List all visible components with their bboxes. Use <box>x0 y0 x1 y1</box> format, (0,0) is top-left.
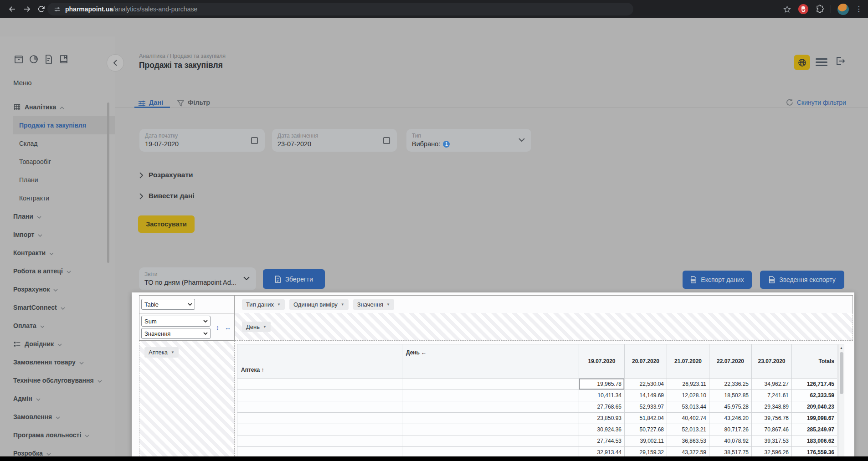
logout-icon[interactable] <box>835 56 846 67</box>
sidebar-item[interactable]: Оплата <box>0 317 115 335</box>
address-bar[interactable]: pharmapoint.ua/analytics/sales-and-purch… <box>47 3 633 15</box>
row-axis-label[interactable]: Аптека ↑ <box>237 361 402 379</box>
row-label-cell[interactable] <box>402 390 579 401</box>
document-icon[interactable] <box>43 54 54 65</box>
section-calculate[interactable]: Розрахувати <box>139 171 193 179</box>
pivot-value-cell[interactable]: 14,149.69 <box>625 390 667 401</box>
row-label-cell[interactable] <box>237 413 402 424</box>
totals-value-cell[interactable]: 199,098.67 <box>792 413 837 424</box>
pivot-value-cell[interactable]: 18,502.85 <box>709 390 752 401</box>
book-icon[interactable] <box>58 54 69 65</box>
column-attributes-dropzone[interactable]: День▼ <box>235 313 853 341</box>
pivot-value-cell[interactable]: 22,336.25 <box>709 379 752 390</box>
pivot-value-cell[interactable]: 34,962.27 <box>752 379 792 390</box>
sidebar-subitem[interactable]: Товарообіг <box>13 153 115 171</box>
apply-button[interactable]: Застосувати <box>138 215 195 233</box>
row-label-cell[interactable] <box>237 424 402 435</box>
pivot-value-cell[interactable]: 27,768.65 <box>579 401 625 413</box>
adblock-extension-icon[interactable] <box>798 4 809 15</box>
tab-data[interactable]: Дані <box>149 99 163 106</box>
sidebar-item[interactable]: Контракти <box>0 244 115 262</box>
pivot-value-cell[interactable]: 39,756.76 <box>752 413 792 424</box>
sidebar-subitem[interactable]: Продажі та закупівля <box>13 116 115 134</box>
pivot-value-cell[interactable]: 19,965.78 <box>579 379 625 390</box>
pivot-value-cell[interactable]: 27,744.53 <box>579 435 625 447</box>
pivot-value-cell[interactable]: 52,933.97 <box>625 401 667 413</box>
row-label-cell[interactable] <box>402 424 579 435</box>
reports-select[interactable]: Звіти ТО по дням (Pharmapoint Ad... <box>139 267 256 290</box>
pivot-value-cell[interactable]: 40,402.74 <box>667 413 709 424</box>
aggregator-select[interactable]: Sum <box>141 316 211 327</box>
site-info-icon[interactable] <box>54 6 61 13</box>
sidebar-item[interactable]: Довідник <box>0 335 115 353</box>
calendar-icon[interactable] <box>251 137 258 144</box>
sidebar-item[interactable]: Імпорт <box>0 225 115 244</box>
row-label-cell[interactable] <box>237 379 402 390</box>
sidebar-item[interactable]: Плани <box>0 207 115 225</box>
sidebar-subitem[interactable]: Контракти <box>13 189 115 207</box>
pivot-value-cell[interactable]: 39,317.53 <box>752 435 792 447</box>
tab-filter[interactable]: Фільтр <box>188 99 210 106</box>
column-axis-label[interactable]: День ← <box>402 344 579 361</box>
scrollbar-thumb[interactable] <box>840 352 843 394</box>
sidebar-subitem[interactable]: Плани <box>13 171 115 189</box>
totals-column-header[interactable]: Totals <box>792 344 837 379</box>
sidebar-subitem[interactable]: Склад <box>13 134 115 153</box>
scroll-up-arrow-icon[interactable]: ▲ <box>839 344 844 351</box>
sidebar-item[interactable]: Замовлення <box>0 408 115 426</box>
sidebar-item[interactable]: SmartConnect <box>0 298 115 317</box>
attr-pill-pharmacy[interactable]: Аптека▼ <box>144 347 179 358</box>
date-column-header[interactable]: 21.07.2020 <box>667 344 709 379</box>
pivot-value-cell[interactable]: 29,348.89 <box>752 401 792 413</box>
date-column-header[interactable]: 22.07.2020 <box>709 344 752 379</box>
pivot-value-cell[interactable]: 39,002.11 <box>625 435 667 447</box>
pivot-value-cell[interactable]: 70,867.46 <box>752 424 792 435</box>
hamburger-menu-icon[interactable] <box>816 58 827 68</box>
pie-chart-icon[interactable] <box>28 54 39 65</box>
date-column-header[interactable]: 20.07.2020 <box>625 344 667 379</box>
export-data-button[interactable]: Експорт даних <box>683 271 752 289</box>
attr-pill-value[interactable]: Значення▼ <box>353 299 394 310</box>
save-report-button[interactable]: Зберегти <box>263 269 325 289</box>
renderer-select[interactable]: Table <box>141 299 195 310</box>
row-label-cell[interactable] <box>402 401 579 413</box>
attr-pill-unit[interactable]: Одиниця виміру▼ <box>289 299 349 310</box>
profile-avatar[interactable] <box>837 4 849 15</box>
aggregator-arg-select[interactable]: Значення <box>141 328 211 339</box>
totals-value-cell[interactable]: 126,717.45 <box>792 379 837 390</box>
pivot-value-cell[interactable]: 51,842.04 <box>625 413 667 424</box>
bookmark-star-icon[interactable] <box>783 5 791 14</box>
pivot-value-cell[interactable]: 53,013.44 <box>667 401 709 413</box>
pivot-order-arrows[interactable]: ↕ ↔ <box>216 324 233 331</box>
reload-icon[interactable] <box>37 5 46 13</box>
totals-value-cell[interactable]: 183,006.62 <box>792 435 837 447</box>
pivot-value-cell[interactable]: 12,028.10 <box>667 390 709 401</box>
forward-icon[interactable] <box>23 5 31 13</box>
sidebar-scrollbar[interactable] <box>107 102 109 263</box>
pivot-value-cell[interactable]: 7,241.61 <box>752 390 792 401</box>
totals-value-cell[interactable]: 62,333.59 <box>792 390 837 401</box>
browser-menu-icon[interactable]: ⋮ <box>855 7 863 11</box>
sidebar-collapse-button[interactable] <box>107 54 124 72</box>
reset-filters-button[interactable]: Скинути фільтри <box>797 99 846 106</box>
pivot-value-cell[interactable]: 36,863.53 <box>667 435 709 447</box>
pivot-blank-header[interactable] <box>402 361 579 379</box>
date-column-header[interactable]: 23.07.2020 <box>752 344 792 379</box>
row-label-cell[interactable] <box>237 435 402 447</box>
totals-value-cell[interactable]: 285,249.97 <box>792 424 837 435</box>
pivot-value-cell[interactable]: 52,013.21 <box>667 424 709 435</box>
row-label-cell[interactable] <box>402 435 579 447</box>
row-attributes-dropzone[interactable]: Аптека▼ <box>139 341 235 461</box>
pivot-value-cell[interactable]: 22,530.04 <box>625 379 667 390</box>
table-scrollbar[interactable]: ▲ <box>838 344 844 461</box>
totals-value-cell[interactable]: 209,040.23 <box>792 401 837 413</box>
row-label-cell[interactable] <box>237 401 402 413</box>
attr-pill-day[interactable]: День▼ <box>242 322 271 332</box>
pivot-value-cell[interactable]: 40,078.92 <box>709 435 752 447</box>
row-label-cell[interactable] <box>237 390 402 401</box>
export-summary-button[interactable]: Зведення експорту <box>760 271 844 289</box>
pivot-value-cell[interactable]: 10,411.34 <box>579 390 625 401</box>
extensions-puzzle-icon[interactable] <box>815 5 824 14</box>
pivot-value-cell[interactable]: 26,923.11 <box>667 379 709 390</box>
pivot-value-cell[interactable]: 43,246.20 <box>709 413 752 424</box>
